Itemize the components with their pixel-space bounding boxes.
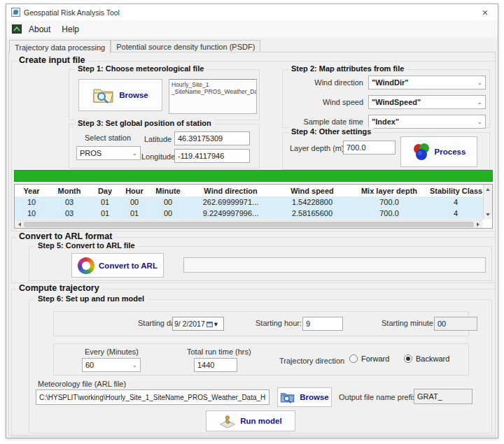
process-button[interactable]: Process — [400, 136, 477, 167]
scroll-down-icon[interactable] — [486, 213, 490, 218]
wind-direction-combobox[interactable]: "WindDir" ⌄ — [368, 76, 486, 89]
sample-date-time-combobox[interactable]: "Index" ⌄ — [368, 115, 486, 129]
wind-speed-combobox[interactable]: "WindSpeed" ⌄ — [368, 95, 486, 109]
step5-title: Step 5: Convert to ARL file — [35, 241, 138, 250]
forward-radio-label: Forward — [361, 355, 389, 363]
cell: 2.58165600 — [274, 208, 350, 219]
folder-search-icon — [280, 391, 295, 403]
menu-item-help[interactable]: Help — [56, 22, 85, 36]
starting-minute-input[interactable] — [434, 317, 477, 331]
compute-trajectory-title: Compute trajectory — [16, 283, 102, 293]
col-wind-speed[interactable]: Wind speed — [274, 185, 350, 196]
backward-radio-label: Backward — [416, 355, 449, 363]
step3-group: Step 3: Set global position of station S… — [69, 124, 260, 169]
chevron-down-icon: ⌄ — [477, 99, 482, 106]
cell: 03 — [48, 196, 90, 208]
sample-date-time-label: Sample date time — [297, 117, 363, 126]
col-year[interactable]: Year — [15, 185, 48, 196]
table-row[interactable]: 10 03 01 00 00 262.69999971... 1.5422880… — [15, 196, 492, 208]
longitude-input[interactable] — [174, 149, 250, 163]
cell: 03 — [48, 208, 90, 219]
start-time-panel: Starting date: 9/ 2/2017 ▾ Starting hour… — [53, 311, 469, 336]
longitude-label: Longitude — [141, 152, 175, 161]
step3-title: Step 3: Set global position of station — [75, 119, 214, 127]
trajectory-direction-label: Trajectory direction — [279, 357, 344, 365]
col-wind-direction[interactable]: Wind direction — [187, 185, 274, 196]
col-month[interactable]: Month — [48, 185, 90, 196]
radio-selected-icon — [404, 355, 412, 363]
browse-arl-button[interactable]: Browse — [277, 387, 332, 407]
step6-group: Step 6: Set up and run model Starting da… — [29, 299, 492, 434]
cell: 00 — [149, 196, 187, 208]
close-icon[interactable]: × — [477, 7, 493, 18]
step2-group: Step 2: Map attributes from file Wind di… — [282, 69, 490, 128]
col-hour[interactable]: Hour — [120, 185, 149, 196]
vertical-scrollbar[interactable] — [483, 185, 492, 220]
wind-direction-value: "WindDir" — [372, 78, 475, 87]
station-combobox[interactable]: PROS ⌄ — [76, 146, 141, 160]
convert-arl-button[interactable]: Convert to ARL — [71, 253, 164, 278]
col-mix-layer-depth[interactable]: Mix layer depth — [350, 185, 428, 196]
step4-group: Step 4: Other settings Layer depth (m) P… — [282, 132, 490, 170]
scroll-up-icon[interactable] — [486, 186, 490, 191]
cell: 00 — [149, 208, 187, 219]
menu-bar: About Help — [6, 20, 498, 38]
chevron-down-icon: ⌄ — [132, 361, 137, 368]
cell: 700.0 — [350, 208, 428, 219]
step2-title: Step 2: Map attributes from file — [288, 64, 407, 73]
scrollbar-thumb[interactable] — [24, 222, 474, 227]
col-minute[interactable]: Minute — [149, 185, 187, 196]
step1-title: Step 1: Choose meteorological file — [75, 64, 206, 73]
scroll-right-icon[interactable] — [477, 222, 482, 227]
col-day[interactable]: Day — [90, 185, 120, 196]
met-file-name: Hourly_Site_1 _SiteName_PROS_Weather_Dat… — [169, 79, 257, 114]
browse-met-file-label: Browse — [119, 91, 148, 99]
app-icon — [11, 8, 20, 17]
run-model-button[interactable]: Run model — [206, 410, 295, 431]
every-minutes-combobox[interactable]: 60 ⌄ — [82, 358, 141, 372]
browse-met-file-button[interactable]: Browse — [78, 79, 162, 111]
table-row[interactable]: 10 03 01 01 00 9.2249997996... 2.5816560… — [15, 208, 492, 219]
layer-depth-input[interactable] — [343, 141, 396, 155]
latitude-input[interactable] — [174, 131, 250, 145]
convert-arl-label: Convert to ARL — [99, 262, 158, 270]
select-station-label: Select station — [85, 134, 131, 142]
met-arl-file-input[interactable] — [36, 389, 270, 405]
cell: 10 — [15, 208, 48, 219]
every-minutes-value: 60 — [85, 361, 130, 369]
forward-radio[interactable]: Forward — [349, 355, 389, 363]
convert-progressbar — [183, 257, 486, 273]
process-label: Process — [435, 148, 466, 156]
total-run-time-input[interactable] — [194, 358, 237, 372]
convert-arl-title: Convert to ARL format — [16, 231, 115, 241]
station-value: PROS — [80, 149, 130, 157]
tab-trajectory-data-processing[interactable]: Trajectory data processing — [9, 40, 111, 53]
step4-title: Step 4: Other settings — [288, 127, 374, 136]
cell: 262.69999971... — [187, 196, 274, 208]
starting-hour-input[interactable] — [302, 317, 343, 331]
tab-psdf[interactable]: Potential source density function (PSDF) — [111, 40, 260, 52]
tab-strip: Trajectory data processing Potential sou… — [6, 38, 498, 52]
cell: 700.0 — [350, 196, 428, 208]
starting-hour-label: Starting hour: — [255, 319, 302, 327]
menu-logo-icon — [12, 24, 22, 34]
layer-depth-label: Layer depth (m) — [290, 144, 344, 152]
backward-radio[interactable]: Backward — [404, 355, 449, 363]
chevron-down-icon: ⌄ — [132, 150, 137, 157]
wind-speed-value: "WindSpeed" — [372, 98, 475, 106]
col-stability-class[interactable]: Stability Class — [428, 185, 483, 196]
step1-group: Step 1: Choose meteorological file Brows… — [69, 69, 260, 120]
starting-date-picker[interactable]: 9/ 2/2017 ▾ — [172, 317, 224, 331]
process-progressbar — [14, 170, 493, 182]
output-prefix-input[interactable] — [414, 389, 472, 404]
cell: 1.54228800 — [274, 196, 350, 208]
calendar-icon — [206, 321, 213, 327]
total-run-time-label: Total run time (hrs) — [187, 348, 251, 356]
scroll-left-icon[interactable] — [16, 222, 21, 227]
cell: 4 — [428, 196, 483, 208]
run-model-label: Run model — [240, 417, 281, 425]
tab-panel: Create input file Step 1: Choose meteoro… — [8, 52, 496, 436]
menu-item-about[interactable]: About — [23, 22, 56, 36]
horizontal-scrollbar[interactable] — [15, 220, 483, 228]
step6-title: Step 6: Set up and run model — [35, 294, 147, 303]
